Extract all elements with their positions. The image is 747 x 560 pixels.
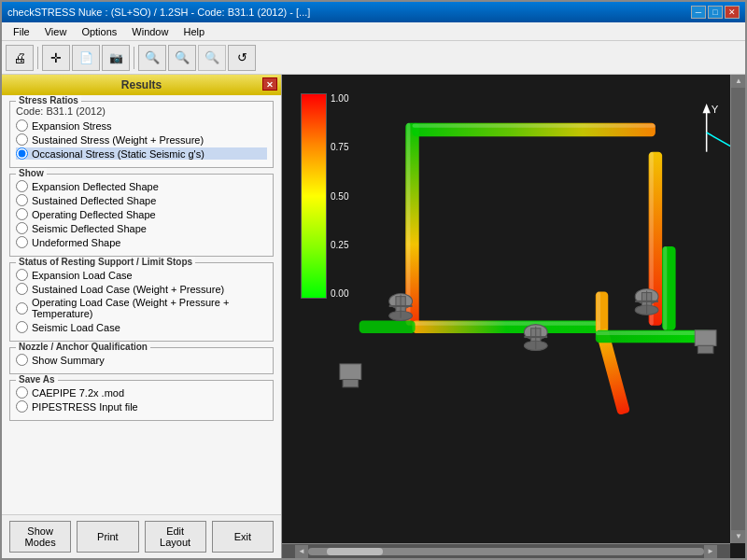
svg-rect-34 <box>698 345 713 353</box>
print-button[interactable]: Print <box>77 521 138 553</box>
close-button[interactable]: ✕ <box>725 6 740 19</box>
svg-rect-33 <box>695 330 716 346</box>
seismic-deflected-label[interactable]: Seismic Deflected Shape <box>32 223 147 234</box>
crosshair-toolbar-button[interactable]: ✛ <box>42 45 70 71</box>
sus-load-row: Sustained Load Case (Weight + Pressure) <box>16 283 267 295</box>
stress-ratios-label: Stress Ratios <box>16 95 81 105</box>
support-3 <box>635 288 658 315</box>
scroll-down-button[interactable]: ▼ <box>731 530 745 543</box>
occasional-stress-radio[interactable] <box>16 147 28 160</box>
toolbar-separator-1 <box>37 47 38 69</box>
edit-layout-button[interactable]: Edit Layout <box>145 521 206 553</box>
h-scroll-thumb[interactable] <box>327 548 383 555</box>
zoom-in-toolbar-button[interactable]: 🔍 <box>168 45 196 71</box>
sustained-load-radio[interactable] <box>16 283 28 295</box>
svg-rect-15 <box>359 320 416 332</box>
page-toolbar-button[interactable]: 📄 <box>72 45 100 71</box>
nozzle-group: Nozzle / Anchor Qualification Show Summa… <box>9 347 274 374</box>
show-summary-row: Show Summary <box>16 354 267 366</box>
vertical-scrollbar[interactable]: ▲ ▼ <box>730 75 745 543</box>
results-panel: Results ✕ Stress Ratios Code: B31.1 (201… <box>2 75 282 558</box>
menu-bar: File View Options Window Help <box>2 22 745 41</box>
nozzle-label: Nozzle / Anchor Qualification <box>16 342 150 352</box>
undeformed-label[interactable]: Undeformed Shape <box>32 237 120 248</box>
caepipe-radio[interactable] <box>16 386 28 399</box>
save-as-label: Save As <box>16 374 58 385</box>
show-modes-button[interactable]: Show Modes <box>9 521 71 553</box>
sustained-stress-radio[interactable] <box>16 133 28 146</box>
h-scroll-track <box>308 548 704 555</box>
op-load-row: Operating Load Case (Weight + Pressure +… <box>16 297 267 319</box>
zoom-fit-toolbar-button[interactable]: 🔍 <box>138 45 166 71</box>
stress-ratios-group: Stress Ratios Code: B31.1 (2012) Expansi… <box>9 101 274 168</box>
horizontal-scrollbar[interactable]: ◄ ► <box>282 543 730 558</box>
undeformed-row: Undeformed Shape <box>16 236 267 248</box>
caepipe-row: CAEPIPE 7.2x .mod <box>16 386 267 399</box>
expansion-load-radio[interactable] <box>16 269 28 281</box>
pipe-svg: Y Z <box>282 75 745 489</box>
anchor-1 <box>340 364 361 387</box>
occasional-stress-label[interactable]: Occasional Stress (Static Seismic g's) <box>32 148 204 160</box>
content-area: Results ✕ Stress Ratios Code: B31.1 (201… <box>2 75 745 558</box>
3d-viewport[interactable]: 1.00 0.75 0.50 0.25 0.00 <box>282 75 745 558</box>
minimize-button[interactable]: ─ <box>691 6 706 19</box>
svg-rect-32 <box>343 380 359 387</box>
show-summary-label[interactable]: Show Summary <box>32 355 105 366</box>
operating-load-label[interactable]: Operating Load Case (Weight + Pressure +… <box>32 297 267 319</box>
svg-rect-5 <box>413 124 655 128</box>
occasional-stress-row: Occasional Stress (Static Seismic g's) <box>16 147 267 160</box>
expansion-stress-label[interactable]: Expansion Stress <box>32 120 112 132</box>
maximize-button[interactable]: □ <box>708 6 723 19</box>
operating-deflected-row: Operating Deflected Shape <box>16 208 267 220</box>
camera-toolbar-button[interactable]: 📷 <box>102 45 130 71</box>
scroll-left-button[interactable]: ◄ <box>295 545 308 558</box>
toolbar-separator-2 <box>134 47 134 69</box>
sustained-deflected-radio[interactable] <box>16 194 28 206</box>
pipestress-radio[interactable] <box>16 400 28 413</box>
sustained-stress-label[interactable]: Sustained Stress (Weight + Pressure) <box>32 134 204 146</box>
expansion-load-label[interactable]: Expansion Load Case <box>32 270 133 281</box>
zoom-out-toolbar-button[interactable]: 🔍 <box>198 45 226 71</box>
operating-deflected-label[interactable]: Operating Deflected Shape <box>32 209 156 220</box>
results-content: Stress Ratios Code: B31.1 (2012) Expansi… <box>2 95 281 514</box>
seismic-deflected-radio[interactable] <box>16 222 28 234</box>
seismic-load-label[interactable]: Seismic Load Case <box>32 322 120 333</box>
sustained-load-label[interactable]: Sustained Load Case (Weight + Pressure) <box>32 284 224 295</box>
support-2 <box>524 325 547 351</box>
svg-rect-7 <box>413 322 600 326</box>
print-toolbar-button[interactable]: 🖨 <box>6 45 34 71</box>
results-footer: Show Modes Print Edit Layout Exit <box>2 514 281 558</box>
menu-view[interactable]: View <box>37 24 75 39</box>
pipestress-label[interactable]: PIPESTRESS Input file <box>32 401 138 413</box>
svg-rect-14 <box>663 246 667 330</box>
show-group: Show Expansion Deflected Shape Sustained… <box>9 174 274 257</box>
menu-help[interactable]: Help <box>176 24 212 39</box>
results-close-button[interactable]: ✕ <box>262 77 277 91</box>
window-controls: ─ □ ✕ <box>691 6 740 19</box>
expansion-stress-radio[interactable] <box>16 119 28 132</box>
sustained-deflected-row: Sustained Deflected Shape <box>16 194 267 206</box>
save-as-group: Save As CAEPIPE 7.2x .mod PIPESTRESS Inp… <box>9 380 274 421</box>
seismic-load-radio[interactable] <box>16 321 28 333</box>
expansion-deflected-row: Expansion Deflected Shape <box>16 180 267 192</box>
support-1 <box>389 294 413 321</box>
menu-options[interactable]: Options <box>74 24 124 39</box>
menu-file[interactable]: File <box>6 24 37 39</box>
scroll-right-button[interactable]: ► <box>704 545 717 558</box>
expansion-deflected-radio[interactable] <box>16 180 28 192</box>
results-titlebar: Results ✕ <box>2 75 281 95</box>
operating-deflected-radio[interactable] <box>16 208 28 220</box>
y-axis: Y <box>703 104 719 152</box>
show-summary-radio[interactable] <box>16 354 28 366</box>
results-title: Results <box>121 78 162 91</box>
sustained-deflected-label[interactable]: Sustained Deflected Shape <box>32 195 156 206</box>
undeformed-radio[interactable] <box>16 236 28 248</box>
exit-button[interactable]: Exit <box>212 521 274 553</box>
operating-load-radio[interactable] <box>16 302 28 315</box>
scroll-up-button[interactable]: ▲ <box>731 75 745 88</box>
menu-window[interactable]: Window <box>124 24 176 39</box>
expansion-deflected-label[interactable]: Expansion Deflected Shape <box>32 181 159 192</box>
rotate-toolbar-button[interactable]: ↺ <box>228 45 256 71</box>
caepipe-label[interactable]: CAEPIPE 7.2x .mod <box>32 387 124 399</box>
code-label: Code: B31.1 (2012) <box>16 105 267 117</box>
